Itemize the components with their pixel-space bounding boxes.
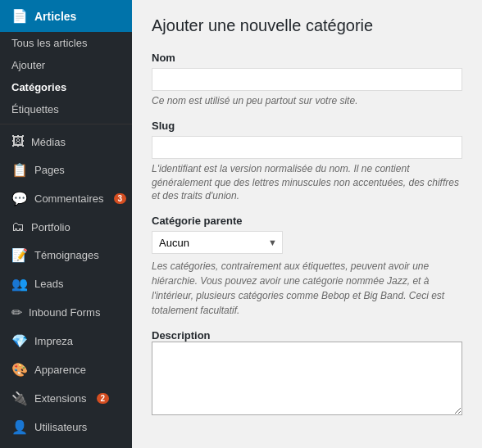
description-group: Description bbox=[152, 329, 462, 418]
extensions-badge: 2 bbox=[97, 393, 110, 404]
sidebar-item-utilisateurs[interactable]: 👤 Utilisateurs bbox=[0, 413, 132, 441]
temoignages-icon: 📝 bbox=[11, 247, 28, 263]
slug-hint: L'identifiant est la version normalisée … bbox=[152, 162, 462, 203]
sidebar-item-commentaires-label: Commentaires bbox=[34, 192, 104, 205]
sidebar-item-leads[interactable]: 👥 Leads bbox=[0, 269, 132, 298]
sidebar-item-tous-articles[interactable]: Tous les articles bbox=[0, 32, 132, 54]
categorie-parente-label: Catégorie parente bbox=[152, 215, 462, 227]
utilisateurs-icon: 👤 bbox=[11, 419, 28, 435]
sidebar-item-etiquettes[interactable]: Étiquettes bbox=[0, 98, 132, 120]
sidebar-item-commentaires[interactable]: 💬 Commentaires 3 bbox=[0, 184, 132, 213]
sidebar-item-apparence[interactable]: 🎨 Apparence bbox=[0, 355, 132, 384]
slug-group: Slug L'identifiant est la version normal… bbox=[152, 120, 462, 203]
sidebar-item-ajouter[interactable]: Ajouter bbox=[0, 54, 132, 76]
sidebar-item-extensions-label: Extensions bbox=[34, 392, 87, 405]
sidebar-item-temoignages[interactable]: 📝 Témoignages bbox=[0, 241, 132, 269]
description-textarea[interactable] bbox=[152, 342, 462, 415]
nom-input[interactable] bbox=[152, 68, 462, 91]
sidebar-header-label: Articles bbox=[34, 10, 76, 23]
sidebar-item-portfolio[interactable]: 🗂 Portfolio bbox=[0, 213, 132, 241]
page-title: Ajouter une nouvelle catégorie bbox=[152, 16, 462, 35]
sidebar-item-medias[interactable]: 🖼 Médias bbox=[0, 128, 132, 156]
nom-label: Nom bbox=[152, 52, 462, 64]
portfolio-icon: 🗂 bbox=[11, 219, 25, 234]
sidebar-item-temoignages-label: Témoignages bbox=[34, 249, 99, 261]
sidebar: 📄 Articles Tous les articles Ajouter Cat… bbox=[0, 0, 132, 448]
sidebar-item-utilisateurs-label: Utilisateurs bbox=[34, 421, 87, 433]
pages-icon: 📋 bbox=[11, 162, 28, 178]
commentaires-icon: 💬 bbox=[11, 191, 28, 206]
main-content: Ajouter une nouvelle catégorie Nom Ce no… bbox=[132, 0, 482, 448]
leads-icon: 👥 bbox=[11, 276, 28, 292]
impreza-icon: 💎 bbox=[11, 333, 28, 349]
description-label: Description bbox=[152, 329, 211, 342]
categorie-parente-select-wrapper: Aucun ▼ bbox=[152, 231, 283, 254]
sidebar-item-portfolio-label: Portfolio bbox=[31, 221, 70, 233]
sidebar-item-extensions[interactable]: 🔌 Extensions 2 bbox=[0, 384, 132, 413]
slug-label: Slug bbox=[152, 120, 462, 132]
sidebar-item-apparence-label: Apparence bbox=[34, 364, 86, 376]
divider-1 bbox=[0, 124, 132, 124]
nom-group: Nom Ce nom est utilisé un peu partout su… bbox=[152, 52, 462, 108]
medias-icon: 🖼 bbox=[11, 134, 25, 149]
nom-hint: Ce nom est utilisé un peu partout sur vo… bbox=[152, 94, 462, 108]
sidebar-item-medias-label: Médias bbox=[31, 136, 66, 148]
articles-icon: 📄 bbox=[11, 8, 28, 24]
apparence-icon: 🎨 bbox=[11, 362, 28, 378]
sidebar-item-inbound-forms[interactable]: ✏ Inbound Forms bbox=[0, 298, 132, 327]
slug-input[interactable] bbox=[152, 136, 462, 159]
categorie-parente-hint: Les catégories, contrairement aux étique… bbox=[152, 259, 462, 318]
categorie-parente-select[interactable]: Aucun bbox=[152, 232, 282, 253]
sidebar-item-inbound-forms-label: Inbound Forms bbox=[29, 306, 100, 319]
sidebar-item-pages[interactable]: 📋 Pages bbox=[0, 156, 132, 184]
inbound-forms-icon: ✏ bbox=[11, 305, 22, 320]
sidebar-item-pages-label: Pages bbox=[34, 164, 65, 176]
sidebar-header[interactable]: 📄 Articles bbox=[0, 0, 132, 32]
categorie-parente-group: Catégorie parente Aucun ▼ Les catégories… bbox=[152, 215, 462, 318]
sidebar-item-impreza[interactable]: 💎 Impreza bbox=[0, 327, 132, 355]
extensions-icon: 🔌 bbox=[11, 391, 28, 406]
sidebar-item-categories[interactable]: Catégories bbox=[0, 76, 132, 98]
commentaires-badge: 3 bbox=[114, 193, 127, 204]
sidebar-item-leads-label: Leads bbox=[34, 278, 63, 290]
sidebar-item-impreza-label: Impreza bbox=[34, 335, 73, 347]
